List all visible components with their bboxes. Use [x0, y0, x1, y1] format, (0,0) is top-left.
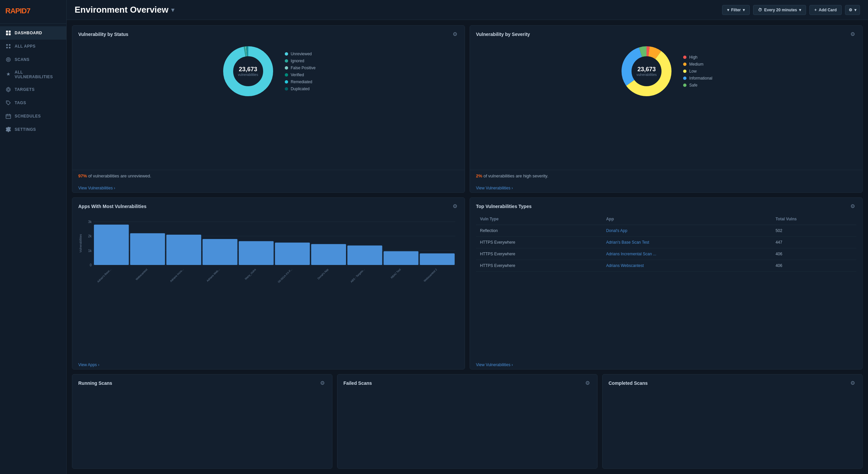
- svg-text:ABS - Targete...: ABS - Targete...: [350, 268, 365, 283]
- sidebar-item-scans[interactable]: SCANS: [0, 53, 66, 66]
- chevron-down-icon: ▾: [171, 6, 174, 14]
- legend-label: Informational: [689, 76, 712, 80]
- failed-scans-settings-button[interactable]: ⚙: [584, 379, 591, 387]
- settings-button[interactable]: ⚙ ▾: [845, 5, 860, 15]
- schedules-icon: [5, 113, 11, 119]
- card-settings-apps-button[interactable]: ⚙: [451, 202, 459, 210]
- vulnerability-by-status-card: Vulnerability by Status ⚙ 23,673 vulnera…: [72, 25, 465, 193]
- legend-item: Ignored: [285, 59, 316, 63]
- legend-label: High: [689, 55, 698, 60]
- legend-item: Unreviewed: [285, 52, 316, 56]
- legend-label: Duplicated: [291, 87, 310, 91]
- svg-rect-47: [239, 241, 274, 265]
- plus-icon: +: [814, 8, 817, 12]
- view-apps-link[interactable]: View Apps ›: [72, 360, 465, 369]
- card-settings-vuln-types-button[interactable]: ⚙: [849, 202, 856, 210]
- card-settings-severity-button[interactable]: ⚙: [849, 30, 856, 38]
- legend-label: Verified: [291, 73, 304, 77]
- view-vulnerabilities-status-link[interactable]: View Vulnerabilities ›: [72, 183, 465, 193]
- table-scroll: Vuln Type App Total Vulns Reflection Don…: [476, 213, 856, 272]
- svg-point-14: [7, 102, 8, 102]
- svg-text:Many_Vulns: Many_Vulns: [244, 268, 256, 280]
- svg-rect-45: [203, 239, 238, 265]
- sidebar-item-tags[interactable]: TAGS: [0, 96, 66, 109]
- legend-dot: [285, 66, 288, 70]
- sidebar-item-settings[interactable]: SETTINGS: [0, 123, 66, 136]
- add-card-button[interactable]: + Add Card: [809, 5, 842, 15]
- logo: RAPID7: [0, 0, 66, 24]
- sidebar-item-all-apps[interactable]: ALL APPS: [0, 40, 66, 53]
- sidebar-item-dashboard[interactable]: DASHBOARD: [0, 26, 66, 40]
- total-vulns-cell: 406: [772, 260, 856, 272]
- vuln-table-head: Vuln Type App Total Vulns: [476, 213, 856, 225]
- vuln-type-cell: HTTPS Everywhere: [476, 248, 602, 260]
- vuln-type-cell: HTTPS Everywhere: [476, 237, 602, 248]
- legend-item: False Positive: [285, 66, 316, 70]
- failed-scans-card: Failed Scans ⚙: [337, 374, 597, 469]
- refresh-button[interactable]: ⏱ Every 20 minutes ▾: [753, 5, 806, 15]
- card-settings-status-button[interactable]: ⚙: [451, 30, 459, 38]
- bar-chart-area: 3k2k1k0VulnerabilitiesAdrian's Base...We…: [78, 213, 459, 288]
- app-cell[interactable]: Donal's App: [602, 225, 772, 237]
- sidebar-item-label-scans: SCANS: [14, 57, 30, 62]
- legend-dot: [285, 73, 288, 76]
- app-cell[interactable]: Adrian's Base Scan Test: [602, 237, 772, 248]
- svg-rect-55: [384, 251, 419, 265]
- svg-rect-2: [6, 33, 8, 35]
- dashboard-content: Vulnerability by Status ⚙ 23,673 vulnera…: [67, 20, 868, 474]
- svg-rect-43: [166, 235, 201, 265]
- sidebar-item-targets[interactable]: TARGETS: [0, 83, 66, 96]
- top-vulnerabilities-types-card: Top Vulnerabilities Types ⚙ Vuln Type Ap…: [470, 197, 863, 370]
- sidebar-item-all-vulnerabilities[interactable]: ALL VULNERABILITIES: [0, 66, 66, 83]
- legend-label: Unreviewed: [291, 52, 312, 56]
- svg-text:Webscantest 2: Webscantest 2: [423, 268, 438, 282]
- filter-chevron-icon: ▾: [743, 8, 745, 12]
- completed-scans-header: Completed Scans ⚙: [602, 374, 862, 390]
- donut-section-status: 23,673 vulnerabilities UnreviewedIgnored…: [78, 41, 459, 98]
- svg-rect-49: [275, 243, 310, 265]
- svg-text:3k: 3k: [88, 220, 92, 224]
- scans-icon: [5, 57, 11, 63]
- legend-dot: [683, 70, 686, 73]
- sidebar-item-schedules[interactable]: SCHEDULES: [0, 109, 66, 123]
- legend-label: Ignored: [291, 59, 304, 63]
- app-cell[interactable]: Adrians Incremental Scan ...: [602, 248, 772, 260]
- legend-label: Low: [689, 69, 696, 74]
- legend-dot: [285, 80, 288, 83]
- table-header-row: Vuln Type App Total Vulns: [476, 213, 856, 225]
- vuln-type-cell: Reflection: [476, 225, 602, 237]
- bottom-row: Running Scans ⚙ Failed Scans ⚙ Completed…: [72, 374, 863, 469]
- app-cell[interactable]: Adrians Webscantest: [602, 260, 772, 272]
- svg-text:Vulnerabilities: Vulnerabilities: [79, 234, 82, 252]
- running-scans-settings-button[interactable]: ⚙: [319, 379, 326, 387]
- card-body-status: 23,673 vulnerabilities UnreviewedIgnored…: [72, 41, 465, 170]
- card-header-apps: Apps With Most Vulnerabilities ⚙: [72, 198, 465, 213]
- svg-rect-51: [311, 244, 346, 265]
- completed-scans-settings-button[interactable]: ⚙: [849, 379, 856, 387]
- filter-label: Filter: [731, 8, 741, 12]
- svg-text:Adrians Incre...: Adrians Incre...: [169, 268, 184, 282]
- table-row: HTTPS Everywhere Adrians Incremental Sca…: [476, 248, 856, 260]
- svg-rect-53: [347, 246, 382, 265]
- view-vulnerabilities-types-link[interactable]: View Vulnerabilities ›: [470, 360, 862, 369]
- view-vulnerabilities-severity-link[interactable]: View Vulnerabilities ›: [470, 183, 862, 193]
- card-footer-status: 97% of vulnerabilities are unreviewed.: [72, 170, 465, 183]
- running-scans-title: Running Scans: [78, 380, 112, 386]
- legend-severity: HighMediumLowInformationalSafe: [683, 55, 712, 88]
- svg-rect-39: [94, 225, 129, 265]
- all-apps-icon: [5, 43, 11, 49]
- svg-text:Adrians Web...: Adrians Web...: [206, 268, 220, 282]
- svg-point-19: [228, 51, 268, 91]
- bar-chart-svg: 3k2k1k0VulnerabilitiesAdrian's Base...We…: [78, 217, 459, 283]
- legend-label: Remediated: [291, 79, 312, 84]
- footer-pct-severity: 2%: [476, 173, 482, 178]
- sidebar-item-label-dashboard: DASHBOARD: [14, 31, 42, 35]
- vuln-table-body: Reflection Donal's App 502 HTTPS Everywh…: [476, 225, 856, 272]
- legend-dot: [285, 52, 288, 56]
- legend-dot: [285, 87, 288, 91]
- main: Environment Overview ▾ ▾ Filter ▾ ⏱ Ever…: [67, 0, 868, 474]
- filter-button[interactable]: ▾ Filter ▾: [722, 5, 750, 15]
- svg-rect-1: [9, 31, 11, 33]
- completed-scans-card: Completed Scans ⚙: [602, 374, 863, 469]
- legend-dot: [683, 56, 686, 59]
